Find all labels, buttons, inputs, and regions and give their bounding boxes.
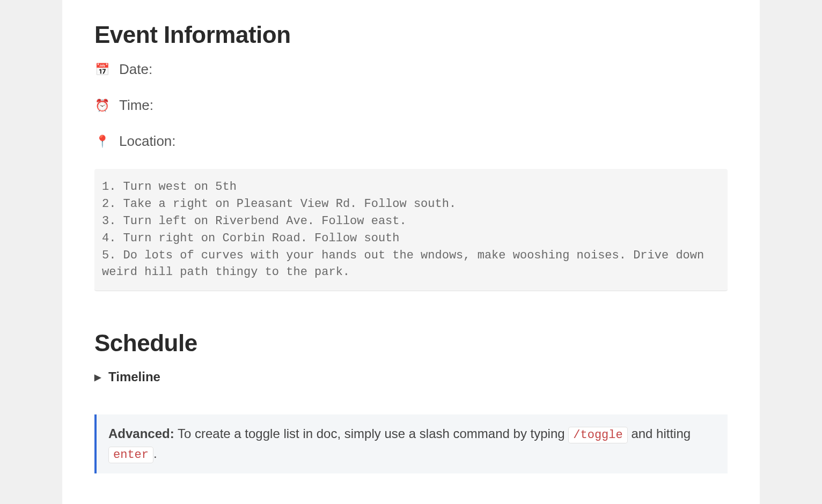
clock-icon: ⏰ (94, 98, 109, 113)
direction-line: 4. Turn right on Corbin Road. Follow sou… (102, 230, 720, 247)
location-label: Location: (119, 133, 176, 150)
toggle-label: Timeline (108, 369, 160, 384)
callout-text: and hitting (628, 426, 691, 441)
direction-line: 3. Turn left on Riverbend Ave. Follow ea… (102, 213, 720, 230)
time-label: Time: (119, 97, 153, 114)
direction-line: 5. Do lots of curves with your hands out… (102, 247, 720, 281)
kbd-enter: enter (108, 447, 153, 463)
schedule-heading: Schedule (94, 330, 728, 357)
document-page: Event Information 📅 Date: ⏰ Time: 📍 Loca… (62, 0, 760, 504)
caret-right-icon: ▶ (94, 372, 101, 382)
callout-strong-label: Advanced: (108, 426, 174, 441)
event-info-heading: Event Information (94, 21, 728, 48)
advanced-callout: Advanced: To create a toggle list in doc… (94, 414, 728, 473)
date-label: Date: (119, 61, 152, 78)
direction-line: 2. Take a right on Pleasant View Rd. Fol… (102, 196, 720, 213)
timeline-toggle[interactable]: ▶ Timeline (94, 369, 728, 384)
pin-icon: 📍 (94, 134, 109, 149)
callout-text: To create a toggle list in doc, simply u… (174, 426, 569, 441)
schedule-section: Schedule ▶ Timeline Advanced: To create … (94, 330, 728, 473)
direction-line: 1. Turn west on 5th (102, 179, 720, 196)
kbd-toggle: /toggle (568, 427, 627, 443)
callout-text: . (153, 446, 157, 461)
location-row[interactable]: 📍 Location: (94, 133, 728, 150)
directions-code-block[interactable]: 1. Turn west on 5th 2. Take a right on P… (94, 169, 728, 291)
calendar-icon: 📅 (94, 62, 109, 77)
time-row[interactable]: ⏰ Time: (94, 97, 728, 114)
date-row[interactable]: 📅 Date: (94, 61, 728, 78)
